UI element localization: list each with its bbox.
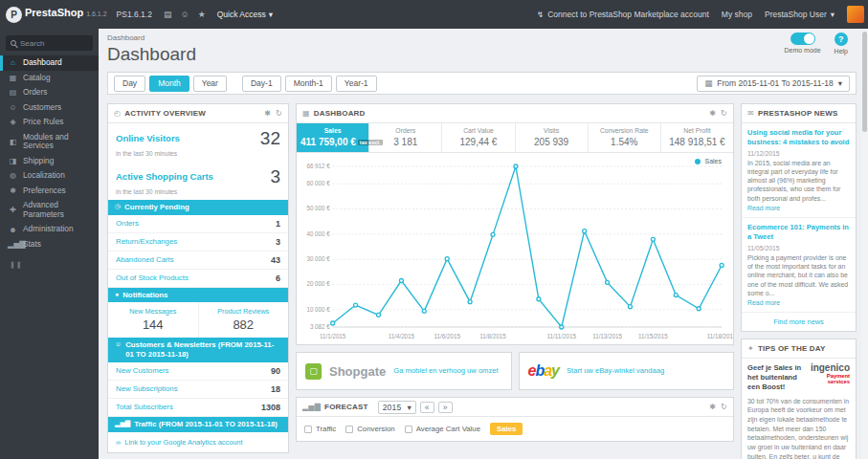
sidebar-item-modules[interactable]: ◧Modules and Services — [0, 130, 99, 154]
brand-version: 1.6.1.2 — [86, 11, 106, 17]
shopgate-link[interactable]: Ga mobiel en verhoog uw omzet — [393, 366, 498, 375]
tips-headline: Geef je Sales in het buitenland een Boos… — [747, 363, 802, 392]
new-subscriptions-row[interactable]: New Subscriptions 18 — [108, 381, 288, 399]
main-menu: ⌂Dashboard ▦Catalog ▤Orders ☺Customers ◈… — [0, 55, 99, 251]
total-subscribers-row[interactable]: Total Subscribers 1308 — [108, 399, 288, 417]
menu-collapse-button[interactable]: ❚❚ — [10, 261, 99, 269]
find-more-news-link[interactable]: Find more news — [742, 313, 856, 331]
search-input[interactable] — [20, 39, 89, 48]
filter-day-button[interactable]: Day — [114, 76, 145, 92]
kpi-cart-value[interactable]: Cart Value 129,44 € — [442, 123, 515, 152]
brand[interactable]: P PrestaShop 1.6.1.2 — [6, 7, 107, 23]
filter-month-button[interactable]: Month — [149, 76, 189, 92]
user-menu-label: PrestaShop User — [765, 10, 827, 19]
refresh-icon[interactable]: ↻ — [721, 403, 727, 411]
gear-icon[interactable]: ✱ — [709, 403, 716, 411]
sidebar-item-price-rules[interactable]: ◈Price Rules — [0, 115, 99, 130]
online-visitors-link[interactable]: Online Visitors — [116, 134, 218, 144]
dashboard-panel: ▦ DASHBOARD ✱ ↻ Sales 411 759,00 €tax ex… — [296, 103, 734, 345]
filter-day-1-button[interactable]: Day-1 — [242, 76, 281, 92]
help-control[interactable]: ? Help — [835, 33, 848, 55]
ebay-link[interactable]: Start uw eBay-winkel vandaag — [567, 366, 664, 375]
pending-orders-row[interactable]: Orders 1 — [108, 215, 288, 233]
sidebar-item-catalog[interactable]: ▦Catalog — [0, 71, 99, 86]
pending-returns-row[interactable]: Return/Exchanges 3 — [108, 233, 288, 251]
news-article-title[interactable]: Ecommerce 101: Payments in a Tweet — [747, 223, 850, 242]
tips-panel-title: TIPS OF THE DAY — [758, 344, 826, 353]
forecast-prev-button[interactable]: « — [420, 402, 434, 413]
active-carts-link[interactable]: Active Shopping Carts — [116, 172, 218, 183]
kpi-orders[interactable]: Orders 3 181 — [369, 123, 442, 152]
sidebar-item-dashboard[interactable]: ⌂Dashboard — [0, 55, 99, 71]
demo-mode-control: Demo mode — [784, 33, 820, 55]
date-range-picker[interactable]: ▦ From 2015-11-01 To 2015-11-18 ▾ — [697, 76, 850, 92]
forecast-traffic-toggle[interactable]: Traffic — [304, 425, 336, 433]
kpi-visits[interactable]: Visits 205 939 — [516, 123, 589, 152]
new-messages-cell[interactable]: New Messages 144 — [108, 302, 199, 338]
shopgate-ad[interactable]: ▢ Shopgate Ga mobiel en verhoog uw omzet — [296, 352, 512, 390]
customers-icon: ☺ — [8, 103, 18, 112]
forecast-next-button[interactable]: » — [438, 402, 453, 413]
sidebar-item-localization[interactable]: ◍Localization — [0, 168, 99, 184]
kpi-conversion-rate[interactable]: Conversion Rate 1.54% — [589, 123, 661, 152]
abandoned-carts-row[interactable]: Abandoned Carts 43 — [108, 251, 288, 270]
cell-value: 882 — [201, 317, 287, 332]
scrollbar-thumb[interactable] — [862, 32, 867, 132]
forecast-panel: ▂▅▇ FORECAST 2015 ▾ « » ✱ ↻ — [296, 397, 734, 442]
google-analytics-link[interactable]: ∞ Link to your Google Analytics account — [108, 432, 288, 453]
kpi-label: Net Profit — [665, 127, 729, 134]
sidebar-item-stats[interactable]: ▂▅▇Stats — [0, 237, 99, 252]
filter-year-button[interactable]: Year — [193, 76, 227, 92]
forecast-year-select[interactable]: 2015 ▾ — [378, 401, 416, 414]
sidebar-item-shipping[interactable]: ◨Shipping — [0, 154, 99, 169]
orders-notification-icon[interactable]: ▤ — [164, 10, 172, 19]
forecast-sales-toggle[interactable]: Sales — [490, 423, 523, 435]
product-reviews-cell[interactable]: Product Reviews 882 — [199, 302, 289, 338]
sidebar-item-orders[interactable]: ▤Orders — [0, 85, 99, 100]
sidebar-item-administration[interactable]: ☻Administration — [0, 222, 99, 237]
kpi-net-profit[interactable]: Net Profit 148 918,51 € — [661, 123, 733, 152]
gear-icon[interactable]: ✱ — [264, 109, 271, 118]
chart-legend[interactable]: Sales — [695, 158, 722, 164]
grid-icon: ▦ — [302, 109, 310, 118]
sidebar-item-preferences[interactable]: ✱Preferences — [0, 184, 99, 199]
marketplace-connect-link[interactable]: ↯ Connect to PrestaShop Marketplace acco… — [537, 10, 709, 19]
out-of-stock-row[interactable]: Out of Stock Products 6 — [108, 270, 288, 288]
user-avatar[interactable] — [847, 6, 864, 23]
traffic-title: Traffic (FROM 2015-11-01 TO 2015-11-18) — [134, 420, 278, 429]
read-more-link[interactable]: Read more — [747, 205, 850, 211]
user-menu[interactable]: PrestaShop User ▾ — [765, 10, 835, 19]
kpi-label: Orders — [373, 127, 437, 134]
legend-label: Average Cart Value — [416, 425, 480, 433]
filter-year-1-button[interactable]: Year-1 — [336, 76, 377, 92]
demo-mode-toggle[interactable] — [790, 33, 815, 45]
shop-name-badge[interactable]: PS1.6.1.2 — [117, 10, 152, 19]
news-article-title[interactable]: Using social media for your business: 4 … — [747, 128, 850, 147]
forecast-conversion-toggle[interactable]: Conversion — [345, 425, 394, 433]
sidebar-item-label: Advanced Parameters — [23, 201, 93, 219]
sidebar-search[interactable] — [6, 35, 93, 51]
quick-access-menu[interactable]: Quick Access ▾ — [217, 10, 273, 19]
refresh-icon[interactable]: ↻ — [276, 109, 282, 118]
sidebar-item-label: Localization — [23, 171, 65, 181]
refresh-icon[interactable]: ↻ — [721, 109, 727, 118]
chart-legend-label: Sales — [704, 158, 722, 164]
gear-icon[interactable]: ✱ — [709, 109, 716, 118]
customers-notification-icon[interactable]: ☺ — [180, 10, 189, 19]
sidebar-item-advanced-parameters[interactable]: ✚Advanced Parameters — [0, 198, 99, 222]
kpi-value: 411 759,00 € — [300, 137, 356, 147]
news-panel-title: PRESTASHOP NEWS — [758, 109, 838, 118]
merchant-expertise-icon[interactable]: ★ — [198, 10, 206, 19]
ebay-ad[interactable]: ebay Start uw eBay-winkel vandaag — [519, 352, 735, 390]
filter-month-1-button[interactable]: Month-1 — [285, 76, 332, 92]
kpi-sales[interactable]: Sales 411 759,00 €tax excl. — [297, 123, 369, 152]
sidebar-item-customers[interactable]: ☺Customers — [0, 100, 99, 116]
my-shop-link[interactable]: My shop — [722, 10, 752, 19]
sales-chart: 3 082 €10 000 €20 000 €30 000 €40 000 €5… — [297, 153, 733, 344]
new-customers-row[interactable]: New Customers 90 — [108, 362, 288, 381]
forecast-avg-cart-toggle[interactable]: Average Cart Value — [405, 425, 480, 433]
news-article-excerpt: Picking a payment provider is one of the… — [747, 253, 850, 298]
users-icon: ☺ — [115, 340, 122, 359]
breadcrumb[interactable]: Dashboard — [107, 32, 857, 42]
read-more-link[interactable]: Read more — [747, 299, 850, 306]
